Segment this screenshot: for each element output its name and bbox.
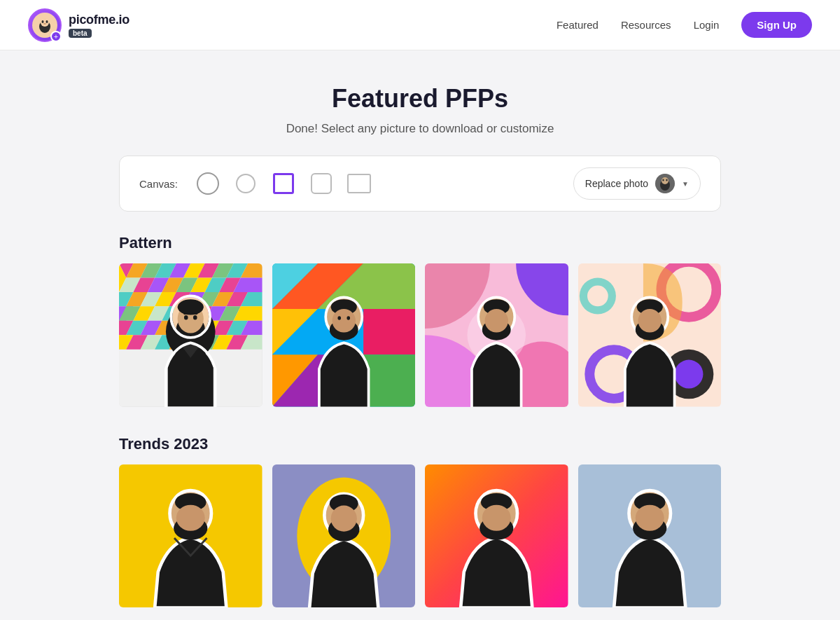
- svg-point-139: [330, 505, 356, 531]
- svg-point-132: [176, 504, 205, 530]
- trends-section: Trends 2023: [119, 435, 721, 608]
- trends-card-2[interactable]: [272, 464, 416, 608]
- shape-rounded-option[interactable]: [308, 170, 335, 197]
- brand-avatar[interactable]: +: [28, 8, 62, 42]
- shape-circle-option[interactable]: [195, 170, 221, 197]
- svg-point-4: [46, 20, 48, 23]
- trends-card-1[interactable]: [119, 464, 262, 608]
- page-title: Featured PFPs: [0, 84, 840, 113]
- svg-rect-80: [192, 313, 197, 315]
- shape-options: [195, 170, 559, 197]
- page-subtitle: Done! Select any picture to download or …: [0, 122, 840, 136]
- svg-point-96: [332, 309, 355, 332]
- rect-shape: [347, 174, 371, 193]
- logo-area: + picofme.io beta: [28, 8, 130, 42]
- replace-avatar-preview: [655, 174, 675, 193]
- canvas-toolbar: Canvas: Replace photo ▼: [119, 156, 721, 212]
- canvas-label: Canvas:: [139, 178, 178, 190]
- trends-card-3[interactable]: [425, 464, 568, 608]
- pattern-card-2[interactable]: [272, 263, 416, 407]
- circle-sm-shape: [236, 174, 255, 193]
- trends-grid: [119, 464, 721, 608]
- nav-featured[interactable]: Featured: [556, 19, 598, 31]
- svg-point-116: [674, 360, 703, 389]
- svg-point-3: [42, 20, 44, 23]
- shape-square-option[interactable]: [270, 170, 297, 197]
- pattern-card-1[interactable]: [119, 263, 262, 407]
- svg-point-10: [666, 179, 667, 181]
- avatar-plus-icon: +: [50, 31, 62, 42]
- hero-section: Featured PFPs Done! Select any picture t…: [0, 50, 840, 156]
- brand-name: picofme.io: [69, 13, 130, 27]
- svg-point-5: [43, 23, 46, 25]
- svg-point-109: [485, 309, 508, 332]
- replace-photo-label: Replace photo: [585, 178, 648, 189]
- signup-button[interactable]: Sign Up: [741, 12, 812, 38]
- pattern-section: Pattern: [119, 234, 721, 407]
- pattern-grid: [119, 263, 721, 407]
- svg-point-145: [482, 504, 511, 530]
- dropdown-arrow-icon: ▼: [682, 180, 689, 188]
- svg-point-8: [662, 177, 668, 184]
- trends-card-4[interactable]: [578, 464, 722, 608]
- circle-shape: [197, 172, 219, 195]
- svg-point-77: [184, 315, 188, 320]
- main-content: Pattern: [105, 234, 735, 620]
- brand-text: picofme.io beta: [69, 13, 130, 38]
- svg-rect-79: [183, 313, 189, 315]
- shape-rect-option[interactable]: [346, 170, 372, 197]
- svg-marker-88: [363, 309, 415, 354]
- svg-point-78: [193, 315, 197, 320]
- beta-badge: beta: [69, 29, 92, 38]
- svg-point-76: [178, 299, 204, 315]
- pattern-section-title: Pattern: [119, 234, 721, 252]
- shape-circle-sm-option[interactable]: [232, 170, 259, 197]
- svg-point-118: [587, 286, 608, 307]
- pattern-card-3[interactable]: [425, 263, 568, 407]
- svg-point-98: [346, 316, 350, 320]
- svg-point-9: [662, 179, 664, 181]
- trends-section-title: Trends 2023: [119, 435, 721, 453]
- main-nav: Featured Resources Login Sign Up: [556, 12, 812, 38]
- header: + picofme.io beta Featured Resources Log…: [0, 0, 840, 50]
- nav-resources[interactable]: Resources: [621, 19, 671, 31]
- pattern-card-4[interactable]: [578, 263, 722, 407]
- svg-point-97: [337, 316, 341, 320]
- svg-point-126: [638, 309, 661, 332]
- replace-photo-button[interactable]: Replace photo ▼: [573, 167, 701, 200]
- rounded-shape: [311, 173, 332, 194]
- svg-point-151: [635, 504, 664, 530]
- nav-login[interactable]: Login: [694, 19, 720, 31]
- square-active-shape: [273, 173, 294, 194]
